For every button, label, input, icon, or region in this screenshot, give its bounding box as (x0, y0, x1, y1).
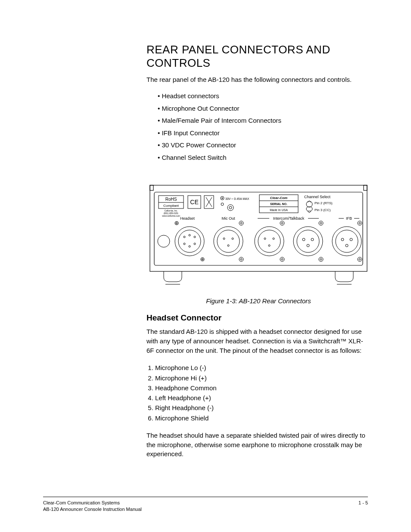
svg-point-12 (221, 203, 224, 205)
list-item: Right Headphone (-) (155, 403, 371, 413)
svg-point-38 (194, 243, 196, 245)
svg-point-41 (223, 238, 225, 240)
svg-point-69 (350, 238, 352, 241)
power-spec: 30V ⎓ 0.45A MAX (225, 197, 249, 200)
svg-point-63 (320, 222, 322, 224)
list-item: Microphone Lo (-) (155, 363, 371, 373)
serial-label: SERIAL NO. (270, 202, 287, 205)
svg-rect-2 (364, 185, 367, 190)
svg-point-51 (273, 238, 274, 240)
pin2-label: Pin 2 (RTS) (314, 201, 333, 205)
list-item: Microphone Shield (155, 413, 371, 423)
svg-point-31 (175, 227, 204, 256)
svg-point-46 (239, 257, 243, 261)
figure-container: RoHS Compliant Calfornia, Inc. (831) 655… (146, 181, 371, 305)
section-paragraph: The headset should have a separate shiel… (146, 431, 371, 459)
svg-point-62 (319, 221, 323, 225)
svg-point-36 (184, 243, 185, 245)
svg-point-58 (297, 230, 319, 252)
list-item: Microphone Out Connector (158, 103, 371, 115)
svg-point-35 (194, 236, 196, 238)
svg-point-53 (280, 221, 284, 225)
connector-list: Headset connectors Microphone Out Connec… (158, 90, 371, 164)
svg-point-13 (227, 205, 234, 211)
svg-point-60 (311, 238, 314, 241)
main-content: REAR PANEL CONNECTORS AND CONTROLS The r… (146, 43, 371, 459)
ifb-label: IFB (346, 216, 352, 221)
svg-point-40 (217, 230, 240, 252)
svg-point-11 (222, 198, 223, 199)
footer-line1: Clear-Com Communication Systems (43, 500, 120, 505)
svg-point-56 (281, 258, 283, 260)
list-item: Microphone Hi (+) (155, 373, 371, 383)
svg-point-72 (359, 222, 361, 224)
svg-point-37 (189, 246, 190, 247)
list-item: IFB Input Connector (158, 127, 371, 140)
svg-point-61 (307, 244, 309, 247)
svg-point-57 (293, 227, 323, 256)
page-footer: Clear-Com Communication Systems AB-120 A… (43, 497, 368, 512)
svg-point-65 (320, 258, 322, 260)
rear-panel-diagram: RoHS Compliant Calfornia, Inc. (831) 655… (146, 181, 371, 293)
pinout-list: Microphone Lo (-) Microphone Hi (+) Head… (146, 363, 371, 423)
svg-point-68 (341, 238, 344, 241)
intro-paragraph: The rear panel of the AB-120 has the fol… (146, 75, 371, 84)
svg-point-66 (332, 227, 361, 256)
svg-point-14 (229, 206, 232, 209)
svg-point-45 (240, 222, 242, 224)
section-paragraph: The standard AB-120 is shipped with a he… (146, 327, 371, 355)
svg-point-71 (358, 221, 362, 225)
rohs-sub: www.calfornia.com (162, 215, 180, 217)
page-title: REAR PANEL CONNECTORS AND CONTROLS (146, 43, 371, 70)
svg-point-59 (302, 238, 305, 241)
svg-point-70 (346, 244, 348, 247)
svg-point-44 (239, 221, 243, 225)
svg-point-64 (319, 257, 323, 261)
svg-point-47 (240, 258, 242, 260)
svg-point-74 (359, 258, 361, 260)
svg-point-32 (178, 230, 201, 252)
headset-label: Headset (180, 216, 195, 221)
brand-label: Clear-Com (270, 196, 287, 200)
pin3-label: Pin 3 (CC) (314, 208, 331, 212)
svg-point-42 (232, 238, 234, 240)
svg-point-48 (255, 227, 284, 256)
made-in-label: Made In USA (270, 208, 288, 212)
svg-point-34 (189, 234, 190, 236)
svg-point-52 (268, 245, 270, 246)
svg-point-54 (281, 222, 283, 224)
svg-point-50 (264, 238, 266, 240)
list-item: Headset connectors (158, 90, 371, 103)
list-item: Left Headphone (+) (155, 393, 371, 403)
ce-mark: CE (190, 199, 198, 205)
rohs-compliant: Compliant (163, 204, 179, 208)
svg-point-73 (358, 257, 362, 261)
micout-label: Mic Out (221, 216, 235, 221)
svg-point-33 (184, 236, 185, 238)
list-item: Headphone Common (155, 383, 371, 393)
channel-select-label: Channel Select (304, 195, 331, 199)
document-page: REAR PANEL CONNECTORS AND CONTROLS The r… (0, 0, 411, 532)
svg-point-67 (336, 230, 358, 252)
svg-point-18 (306, 201, 312, 207)
svg-rect-1 (150, 185, 153, 190)
footer-left: Clear-Com Communication Systems AB-120 A… (43, 500, 142, 512)
figure-caption: Figure 1-3: AB-120 Rear Connectors (146, 297, 371, 305)
list-item: 30 VDC Power Connector (158, 139, 371, 152)
svg-point-24 (158, 235, 170, 247)
rohs-label: RoHS (165, 197, 177, 202)
svg-point-39 (214, 227, 243, 256)
footer-page-number: 1 - 5 (358, 500, 368, 512)
svg-point-55 (280, 257, 284, 261)
list-item: Channel Select Switch (158, 152, 371, 164)
section-heading: Headset Connector (146, 313, 371, 323)
footer-line2: AB-120 Announcer Console Instruction Man… (43, 507, 142, 512)
svg-point-43 (227, 245, 229, 246)
intercom-label: Intercom/Talkback (273, 216, 305, 221)
svg-point-49 (258, 230, 280, 252)
list-item: Male/Female Pair of Intercom Connectors (158, 115, 371, 127)
